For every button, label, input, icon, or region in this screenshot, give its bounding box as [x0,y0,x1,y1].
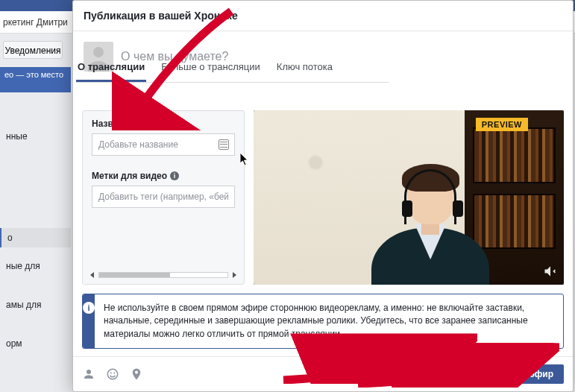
go-live-button[interactable]: В эфир [510,364,564,384]
left-nav: нные о ные для амы для орм [0,97,71,353]
nav-item[interactable]: ные для [0,256,71,276]
tab-more[interactable]: Больше о трансляции [160,61,262,82]
tags-label: Метки для видео [92,171,167,181]
title-list-icon[interactable] [219,139,229,150]
settings-pane: Название видео Метки для видео i [82,110,245,285]
svg-point-3 [110,373,112,374]
tab-about[interactable]: О трансляции [76,61,146,82]
info-banner-text: Не используйте в своем прямом эфире стор… [95,294,563,348]
nav-item[interactable]: орм [0,334,71,353]
go-live-modal: Публикация в вашей Хронике О чем вы дума… [72,0,574,392]
tab-stream-key[interactable]: Ключ потока [275,61,334,82]
stream-tabs: О трансляции Больше о трансляции Ключ по… [76,54,389,83]
mute-icon[interactable] [543,264,558,279]
tag-people-icon[interactable] [82,367,95,381]
svg-point-4 [113,373,115,374]
location-icon[interactable] [130,367,143,381]
video-preview: PREVIEW [254,110,564,285]
modal-title: Публикация в вашей Хронике [73,1,573,31]
chevron-down-icon [486,373,491,376]
lock-icon [432,370,441,379]
feeling-icon[interactable] [106,367,119,381]
privacy-selector[interactable]: Только я [424,364,500,384]
info-banner: i Не используйте в своем прямом эфире ст… [82,294,564,349]
chevron-left-icon[interactable] [90,272,94,278]
bg-blue-banner: ео — это место [0,67,71,92]
nav-item[interactable]: о [0,228,71,247]
privacy-label: Только я [445,369,481,379]
horizontal-scrollbar[interactable] [83,268,244,284]
title-label: Название видео [92,118,235,129]
svg-text:i: i [87,303,89,312]
info-icon[interactable]: i [170,171,179,180]
notifications-button[interactable]: Уведомления [3,41,63,59]
info-icon: i [83,294,95,348]
nav-item[interactable]: амы для [0,295,71,314]
svg-point-2 [107,369,118,379]
video-tags-input[interactable] [92,186,235,208]
video-title-input[interactable] [92,133,235,156]
modal-footer: Только я В эфир [73,356,573,391]
nav-item[interactable]: нные [0,127,71,146]
preview-badge: PREVIEW [476,118,528,131]
chevron-right-icon[interactable] [233,272,236,278]
